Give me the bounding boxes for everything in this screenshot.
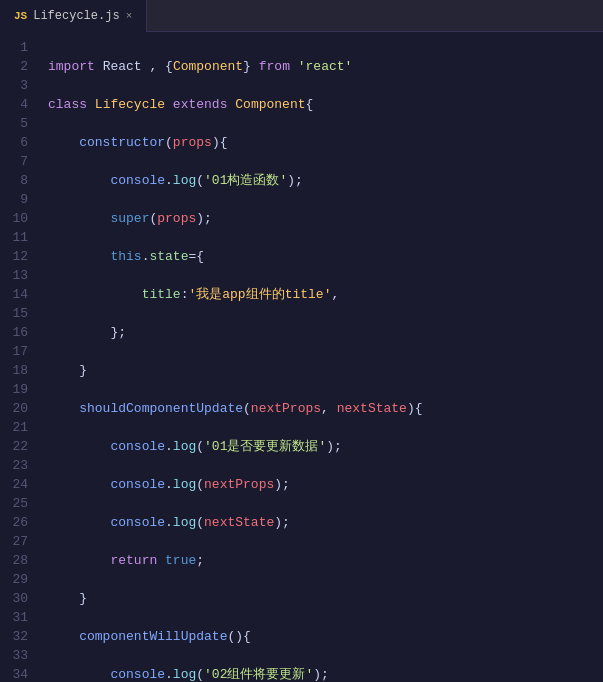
editor-container: JS Lifecycle.js × 1 2 3 4 5 6 7 8 9 10 1…: [0, 0, 603, 682]
code-line-16: componentWillUpdate(){: [48, 627, 603, 646]
line-numbers: 1 2 3 4 5 6 7 8 9 10 11 12 13 14 15 16 1…: [0, 32, 38, 682]
code-line-6: this.state={: [48, 247, 603, 266]
code-line-2: class Lifecycle extends Component{: [48, 95, 603, 114]
code-line-10: shouldComponentUpdate(nextProps, nextSta…: [48, 399, 603, 418]
tab-lifecycle[interactable]: JS Lifecycle.js ×: [0, 0, 147, 32]
code-area: 1 2 3 4 5 6 7 8 9 10 11 12 13 14 15 16 1…: [0, 32, 603, 682]
code-editor[interactable]: import React , {Component} from 'react' …: [38, 32, 603, 682]
code-line-4: console.log('01构造函数');: [48, 171, 603, 190]
js-file-icon: JS: [14, 10, 27, 22]
code-line-12: console.log(nextProps);: [48, 475, 603, 494]
code-line-5: super(props);: [48, 209, 603, 228]
code-line-3: constructor(props){: [48, 133, 603, 152]
code-line-7: title:'我是app组件的title',: [48, 285, 603, 304]
tab-close-icon[interactable]: ×: [126, 10, 133, 22]
tab-filename: Lifecycle.js: [33, 9, 119, 23]
code-line-14: return true;: [48, 551, 603, 570]
code-line-15: }: [48, 589, 603, 608]
code-line-17: console.log('02组件将要更新');: [48, 665, 603, 682]
code-line-11: console.log('01是否要更新数据');: [48, 437, 603, 456]
code-line-1: import React , {Component} from 'react': [48, 57, 603, 76]
code-line-8: };: [48, 323, 603, 342]
code-line-9: }: [48, 361, 603, 380]
tab-bar: JS Lifecycle.js ×: [0, 0, 603, 32]
code-line-13: console.log(nextState);: [48, 513, 603, 532]
